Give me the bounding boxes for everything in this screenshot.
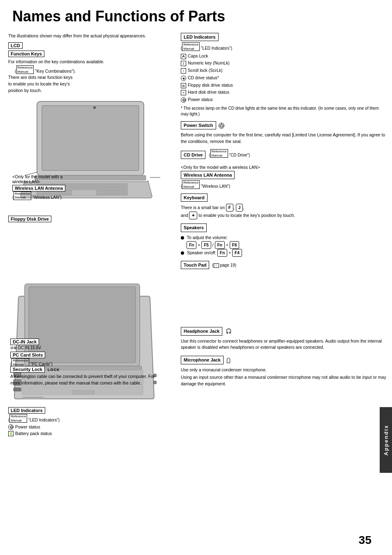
speakers-details: To adjust the volume: Fn + F5 / Fn + F6 … <box>181 235 386 257</box>
led-row-caps: A Caps Lock <box>181 53 233 60</box>
headphone-desc: Use this connector to connect headphones… <box>181 338 386 351</box>
keyboard-desc1: There is a small bar on <box>181 205 225 210</box>
wireless-lan-title2: Wireless LAN Antenna <box>181 171 235 180</box>
svg-rect-19 <box>72 390 95 394</box>
led-ref: (ReferenceManual "LED Indicators") <box>181 42 386 51</box>
top-section: The illustrations shown may differ from … <box>8 33 386 275</box>
bullet2 <box>181 251 184 255</box>
headphone-section: Headphone Jack 🎧 Use this connector to c… <box>181 327 386 351</box>
led-icon-power2: ⏻ <box>8 424 15 430</box>
keyboard-desc: There is a small bar on F, J, <box>181 204 386 212</box>
lcd-label: LCD <box>8 42 23 49</box>
key-f5: F5 <box>201 241 211 249</box>
key-special: ✦ <box>189 212 197 219</box>
asterisk-note: * The access lamp on the CD drive lights… <box>181 106 386 117</box>
function-keys-section: Function Keys For information on the key… <box>8 51 181 94</box>
speakers-vol-keys: Fn + F5 / Fn + F6 <box>181 241 386 249</box>
lcd-section: LCD <box>8 42 181 49</box>
security-lock-label: Security Lock LOCK A Kensington cable ca… <box>10 366 158 387</box>
touchpad-title: Touch Pad <box>181 261 209 269</box>
wireless-note2: <Only for the model with a wireless LAN> <box>181 164 386 171</box>
speakers-section: Speakers To adjust the volume: Fn + F5 /… <box>181 223 386 256</box>
svg-rect-23 <box>14 388 21 391</box>
led-bottom-ref: (ReferenceManual "LED Indicators") <box>8 414 181 423</box>
led-title: LED Indicators <box>181 33 219 41</box>
key-F: F <box>226 204 233 212</box>
mic-icon <box>227 358 230 363</box>
led-bottom-title: LED Indicators <box>8 407 45 414</box>
led-icon-power: ⏻ <box>181 96 188 104</box>
keyboard-desc3: to enable you to locate the key's positi… <box>198 213 295 218</box>
led-icon-num: 1 <box>181 60 188 67</box>
led-scroll-text: Scroll lock (ScrLk) <box>188 67 233 74</box>
svg-point-9 <box>93 106 96 109</box>
ref-icon-tp: ☞ <box>214 263 219 268</box>
led-row-scroll: ↕ Scroll lock (ScrLk) <box>181 67 233 74</box>
wireless-lan-ref: (ReferenceManual "Wireless LAN") <box>12 191 65 200</box>
wireless-lan-label-top: <Only for the model with awireless LAN> … <box>12 174 65 200</box>
security-lock-box: Security Lock <box>10 366 45 373</box>
led-ref2-text: "LED Indicators" <box>28 418 58 422</box>
bottom-right: Headphone Jack 🎧 Use this connector to c… <box>181 278 386 437</box>
bottom-section: DC-IN Jack ⊖⊕ DC IN 15.6V PC Card Slots … <box>8 278 386 437</box>
ref-icon-pc: ReferenceManual <box>12 358 29 367</box>
dc-in-box: DC-IN Jack <box>10 339 39 345</box>
svg-rect-1 <box>42 106 139 170</box>
led-row-battery: 🔋 Battery pack status <box>8 430 52 437</box>
headphone-title: Headphone Jack <box>181 327 222 336</box>
security-desc: A Kensington cable can be connected to p… <box>10 373 158 387</box>
led-battery-text: Battery pack status <box>15 430 52 437</box>
led-ref-text: "LED Indicators" <box>201 46 231 51</box>
lock-icon: LOCK <box>48 368 60 372</box>
key-fn1: Fn <box>187 241 196 249</box>
led-power-text: Power status <box>188 96 233 104</box>
fk-ref: (ReferenceManual "Key Combinations"). <box>8 65 181 74</box>
function-keys-desc: For information on the key combinations … <box>8 59 181 94</box>
speakers-title: Speakers <box>181 223 207 232</box>
led-row-hdd: ≡ Hard disk drive status <box>181 89 233 96</box>
wireless-lan-ref2: (ReferenceManual "Wireless LAN") <box>181 180 386 189</box>
page-title: Names and Functions of Parts <box>8 8 384 25</box>
wireless-lan-box: Wireless LAN Antenna <box>12 185 65 191</box>
key-f6: F6 <box>230 241 240 249</box>
ref-icon-wireless: ReferenceManual <box>14 191 31 200</box>
page-container: Names and Functions of Parts The illustr… <box>0 0 392 555</box>
laptop-bottom-illustration: DC-IN Jack ⊖⊕ DC IN 15.6V PC Card Slots … <box>10 278 158 405</box>
led-icon-hdd: ≡ <box>181 89 188 96</box>
ref-icon-cd: ReferenceManual <box>210 149 228 158</box>
led-row-num: 1 Numeric key (NumLk) <box>181 60 233 67</box>
led-icon-scroll: ↕ <box>181 67 188 74</box>
pc-card-box: PC Card Slots <box>10 352 45 358</box>
pc-card-label: PC Card Slots (ReferenceManual "PC Cards… <box>10 352 53 367</box>
led-icon-battery: 🔋 <box>8 430 15 437</box>
bottom-left: DC-IN Jack ⊖⊕ DC IN 15.6V PC Card Slots … <box>8 278 181 437</box>
led-cd-text: CD drive status* <box>188 74 233 82</box>
cd-drive-title: CD Drive <box>181 151 205 159</box>
led-section: LED Indicators (ReferenceManual "LED Ind… <box>181 33 386 117</box>
function-keys-label: Function Keys <box>8 51 44 57</box>
svg-rect-6 <box>72 190 97 196</box>
pc-card-ref-text: "PC Cards" <box>30 362 51 366</box>
page-number: 35 <box>359 534 371 547</box>
dc-in-label: DC-IN Jack ⊖⊕ DC IN 15.6V <box>10 339 41 350</box>
bullet1 <box>181 236 184 240</box>
floppy-section: Floppy Disk Drive <box>8 216 181 222</box>
led-row-power: ⏻ Power status <box>181 96 233 104</box>
microphone-section: Microphone Jack Use only a monaural cond… <box>181 356 386 387</box>
led-bottom-table: ⏻ Power status 🔋 Battery pack status <box>8 424 52 437</box>
keyboard-desc2: and ✦ to enable you to locate the key's … <box>181 212 386 219</box>
power-switch-title: Power Switch <box>181 121 216 130</box>
key-J: J <box>236 204 243 212</box>
led-icon-cd: ◉ <box>181 74 188 82</box>
speakers-vol: To adjust the volume: <box>181 235 386 241</box>
pc-card-ref: (ReferenceManual "PC Cards") <box>10 358 53 367</box>
power-switch-desc: Before using the computer for the first … <box>181 132 386 145</box>
ref-icon-led2: ReferenceManual <box>9 414 27 423</box>
wireless-right-section: <Only for the model with a wireless LAN>… <box>181 164 386 189</box>
led-caps-text: Caps Lock <box>188 53 233 60</box>
wireless-ref2-text: "Wireless LAN" <box>201 184 229 189</box>
led-table: A Caps Lock 1 Numeric key (NumLk) ↕ Scro… <box>181 53 233 104</box>
fk-desc2: There are dots near function keys <box>8 74 181 81</box>
led-icon-A: A <box>181 53 188 60</box>
fk-ref-text: "Key Combinations" <box>35 69 73 74</box>
